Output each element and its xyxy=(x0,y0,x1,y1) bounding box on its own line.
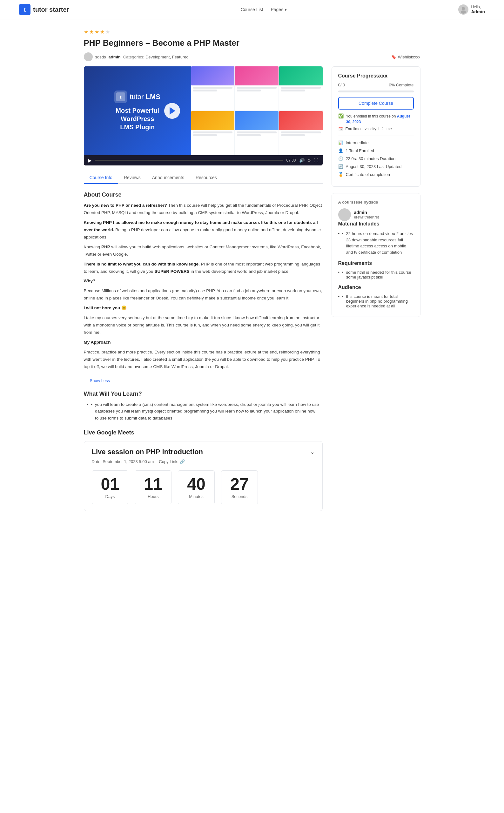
course-meta: 📊 Intermediate 👤 1 Total Enrolled 🕐 22 0… xyxy=(338,136,414,177)
about-why: Why? xyxy=(84,278,323,285)
video-controls-right: 🔊 ⚙ ⛶ xyxy=(299,158,318,163)
countdown-seconds: 27 Seconds xyxy=(221,470,258,504)
progress-bar[interactable] xyxy=(95,160,283,161)
about-p3: Knowing PHP will allow you to build web … xyxy=(84,244,323,258)
audience-bullet: • xyxy=(342,294,344,308)
progress-bar-track xyxy=(338,91,414,92)
play-icon xyxy=(170,107,175,115)
video-container: t tutor LMS Most Powerful WordPress LMS … xyxy=(84,66,323,165)
instructor-sub: erewr tretertret xyxy=(354,215,379,219)
video-logo-icon: t xyxy=(114,91,127,103)
audience-item: • this course is meant for total beginne… xyxy=(338,294,414,308)
meta-level: 📊 Intermediate xyxy=(338,140,414,145)
grid-card-3 xyxy=(279,66,323,111)
tab-resources[interactable]: Resources xyxy=(190,172,223,184)
req-bullet: • xyxy=(342,270,344,279)
tab-reviews[interactable]: Reviews xyxy=(118,172,146,184)
live-heading: Live Google Meets xyxy=(84,429,323,436)
meta-enrolled: 👤 1 Total Enrolled xyxy=(338,148,414,153)
grid-card-4 xyxy=(191,111,235,155)
star-4: ★ xyxy=(100,29,104,35)
complete-course-button[interactable]: Complete Course xyxy=(338,97,414,110)
countdown-minutes: 40 Minutes xyxy=(178,470,215,504)
about-bore: I will not bore you 😊 xyxy=(84,305,323,312)
material-title: Material Includes xyxy=(338,221,414,227)
author-info: sdsds admin Categories: Development, Fea… xyxy=(84,52,189,61)
star-1: ★ xyxy=(84,29,88,35)
progress-pct: 0% Complete xyxy=(389,83,413,87)
live-card-meta: Date: September 1, 2023 5:00 am Copy Lin… xyxy=(92,459,315,464)
live-session-title: Live session on PHP introduction xyxy=(92,448,203,456)
course-title: PHP Beginners – Become a PHP Master xyxy=(84,38,420,48)
tab-course-info[interactable]: Course Info xyxy=(84,172,118,184)
nav-pages[interactable]: Pages ▾ xyxy=(271,7,287,12)
grid-card-1 xyxy=(191,66,235,111)
material-bullet: • xyxy=(342,231,344,255)
svg-text:t: t xyxy=(120,95,122,100)
star-2: ★ xyxy=(89,29,94,35)
meta-duration: 🕐 22 0ra 30 minutes Duration xyxy=(338,156,414,161)
instructor-card: A coursssse bydsds admin erewr tretertre… xyxy=(332,193,420,317)
volume-icon[interactable]: 🔊 xyxy=(299,158,305,163)
video-time: 07:00 xyxy=(286,158,296,163)
progress-count: 0/ 0 xyxy=(338,83,345,87)
requirements-title: Requirements xyxy=(338,260,414,266)
video-bg: t tutor LMS Most Powerful WordPress LMS … xyxy=(84,66,323,155)
requirement-item: • some html is needed for this course so… xyxy=(338,270,414,279)
nav-course-list[interactable]: Course List xyxy=(241,7,263,12)
bookmark-icon: 🔖 xyxy=(391,55,396,59)
settings-icon[interactable]: ⚙ xyxy=(307,158,311,163)
about-bore-text: I take my courses very seriously but at … xyxy=(84,314,323,336)
requirements-list: • some html is needed for this course so… xyxy=(338,270,414,279)
user-icon: 👤 xyxy=(338,148,343,153)
countdown-timer: 01 Days 11 Hours 40 Minutes 27 xyxy=(92,470,315,504)
live-section: Live Google Meets Live session on PHP in… xyxy=(84,429,323,511)
tab-announcements[interactable]: Announcements xyxy=(146,172,190,184)
video-tagline: Most Powerful WordPress LMS Plugin xyxy=(116,106,159,131)
countdown-days: 01 Days xyxy=(92,470,129,504)
logo: t tutor starter xyxy=(19,4,69,15)
progress-row: 0/ 0 0% Complete xyxy=(338,83,414,87)
about-p4: There is no limit to what you can do wit… xyxy=(84,261,323,275)
wishlist-button[interactable]: 🔖 Wishlistxxxx xyxy=(391,55,420,59)
enrolled-info: ✅ You enrolled in this course on August … xyxy=(338,113,414,125)
author-name[interactable]: admin xyxy=(108,55,120,59)
main-left: t tutor LMS Most Powerful WordPress LMS … xyxy=(84,66,323,511)
material-list: • 22 hours on-demand video 2 articles 23… xyxy=(338,231,414,255)
about-course-section: About Course Are you new to PHP or need … xyxy=(84,191,323,371)
grid-card-2 xyxy=(235,66,279,111)
author-avatar xyxy=(84,52,93,61)
video-play-button[interactable]: ▶ xyxy=(88,158,92,163)
copy-link[interactable]: Copy Link: 🔗 xyxy=(159,459,185,464)
about-why-text: Because Millions of websites and applica… xyxy=(84,287,323,302)
svg-point-3 xyxy=(461,10,466,14)
validity-info: 📅 Enrollment validity: Lifetime xyxy=(338,127,414,131)
certificate-icon: 🏅 xyxy=(338,172,343,177)
logo-icon: t xyxy=(19,4,30,15)
category-link[interactable]: Development, Featured xyxy=(145,55,189,59)
enrolled-text: You enrolled in this course on August 30… xyxy=(346,113,414,125)
about-approach-text: Practice, practice and more practice. Ev… xyxy=(84,349,323,371)
meta-updated: 🔄 August 30, 2023 Last Updated xyxy=(338,164,414,169)
live-toggle-button[interactable]: ⌄ xyxy=(310,448,315,455)
about-p2: Knowing PHP has allowed me to make enoug… xyxy=(84,219,323,241)
play-button-overlay[interactable] xyxy=(164,103,180,119)
refresh-icon: 🔄 xyxy=(338,164,343,169)
instructor-info: admin erewr tretertret xyxy=(338,208,414,221)
navbar-user: Hello, Admin xyxy=(458,4,485,15)
live-card-header: Live session on PHP introduction ⌄ xyxy=(92,448,315,456)
learn-heading: What Will You Learn? xyxy=(84,391,323,397)
fullscreen-icon[interactable]: ⛶ xyxy=(314,158,318,163)
instructor-name: admin xyxy=(354,210,379,215)
show-less-button[interactable]: — Show Less xyxy=(84,378,110,383)
material-item: • 22 hours on-demand video 2 articles 23… xyxy=(338,231,414,255)
live-date: Date: September 1, 2023 5:00 am xyxy=(92,459,154,464)
categories-label: Categories: Development, Featured xyxy=(123,55,189,59)
progress-card: Course Progressxxx 0/ 0 0% Complete Comp… xyxy=(332,66,420,187)
learn-item: • you will learn to create a (cms) conte… xyxy=(84,401,323,422)
learn-list: • you will learn to create a (cms) conte… xyxy=(84,401,323,422)
about-p1: Are you new to PHP or need a refresher? … xyxy=(84,202,323,217)
check-icon: ✅ xyxy=(338,113,344,118)
live-card: Live session on PHP introduction ⌄ Date:… xyxy=(84,441,323,511)
user-info: Hello, Admin xyxy=(471,5,485,14)
